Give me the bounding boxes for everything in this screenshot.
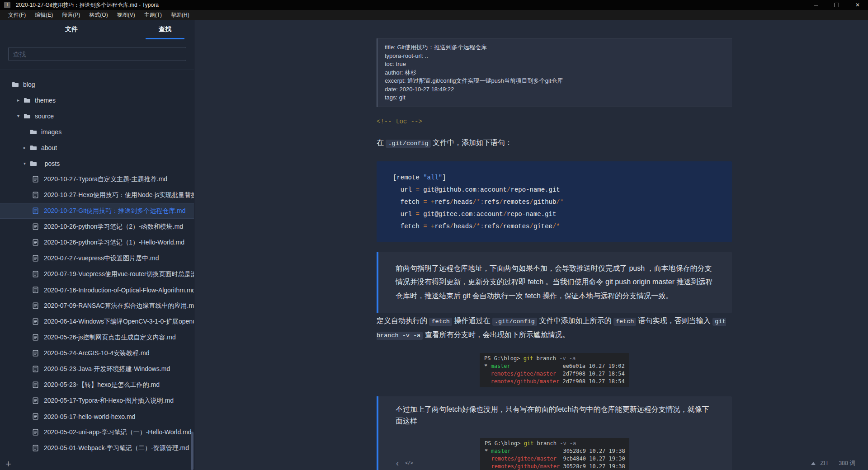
git-config-code-block[interactable]: [remote "all"] url = git@github.com:acco… [377,161,732,242]
front-matter-block[interactable]: title: Git使用技巧：推送到多个远程仓库typora-root-url:… [377,38,732,107]
code-token: : [480,223,484,230]
menu-item-5[interactable]: 主题(T) [140,11,166,19]
paragraph-fetch-definition[interactable]: 定义自动执行的 fetch 操作通过在 .git/config 文件中添加如上所… [377,315,732,342]
toc-comment[interactable]: <!-- toc --> [377,118,732,125]
tree-item-label: 2020-05-02-uni-app-学习笔记（一）-Hello-World.m… [44,428,192,437]
menu-bar: 文件(F)编辑(E)段落(P)格式(O)视图(V)主题(T)帮助(H) [0,10,868,20]
code-token: / [530,198,533,206]
search-input[interactable] [9,47,186,61]
tree-file[interactable]: 2020-05-17-Typora-和-Hexo-图片插入说明.md [0,393,194,409]
tree-folder[interactable]: ▸themes [0,92,194,108]
code-token: / [499,198,503,206]
code-token: remotes [503,223,530,230]
tab-search[interactable]: 查找 [159,25,171,33]
sidebar-scrollbar[interactable] [191,432,193,470]
code-token: = + [423,223,434,230]
terminal-token: -v -a [560,440,576,446]
tree-folder[interactable]: ▾_posts [0,155,194,171]
tree-file[interactable]: 2020-10-26-python学习笔记（1）-Hello-World.md [0,235,194,250]
tree-file[interactable]: 2020-10-26-python学习笔记（2）-函数和模块.md [0,219,194,235]
front-matter-line: date: 2020-10-27 18:49:22 [385,85,725,94]
code-token: /* [552,223,560,230]
close-button[interactable]: ✕ [847,0,868,10]
tree-file[interactable]: 2020-10-27-Git使用技巧：推送到多个远程仓库.md [0,203,194,219]
sidebar-toggle-icon[interactable]: ‹ [396,459,399,467]
maximize-button[interactable] [826,0,847,10]
code-token: remotes [503,198,530,206]
folder-icon [24,113,31,119]
tree-file[interactable]: 2020-10-27-Hexo使用技巧：使用Node-js实现批量替换图片链接前 [0,187,194,203]
code-token: [remote [393,174,423,181]
terminal-token [485,456,491,462]
tree-file[interactable]: 2020-05-24-ArcGIS-10-4安装教程.md [0,345,194,361]
minimize-icon [814,5,818,5]
tree-file[interactable]: 2020-05-26-js控制网页点击生成自定义内容.md [0,329,194,345]
terminal-token [556,371,562,377]
code-line: fetch = +refs/heads/*:refs/remotes/gitee… [393,221,723,233]
folder-icon [30,160,37,166]
terminal-token: 2d7f908 10.27 18:54 [562,371,624,377]
tree-file[interactable]: 2020-07-09-RANSAC算法在拟合边缘直线中的应用.md [0,298,194,314]
editor-area[interactable]: title: Git使用技巧：推送到多个远程仓库typora-root-url:… [194,20,868,470]
front-matter-line: excerpt: 通过配置.git/config文件实现一键push当前项目到多… [385,77,725,85]
file-icon [33,318,40,325]
tree-item-label: _posts [41,160,60,167]
language-label[interactable]: ZH [820,460,828,466]
menu-item-3[interactable]: 格式(O) [85,11,112,19]
tree-file[interactable]: 2020-07-19-Vuepress使用vue-router切换页面时总是滚动… [0,266,194,282]
tree-item-label: 2020-06-14-Windows下编译OpenCV-3-1-0-扩展open… [44,318,194,326]
add-file-button[interactable]: + [5,459,11,469]
chevron-right-icon[interactable]: ▸ [24,145,30,150]
tree-file[interactable]: 2020-05-17-hello-world-hexo.md [0,409,194,424]
menu-item-4[interactable]: 视图(V) [113,11,140,19]
code-token: /* [556,198,564,206]
search-box [8,47,186,61]
chevron-down-icon[interactable]: ▾ [17,113,24,118]
file-icon [33,429,40,436]
tree-folder[interactable]: blog [0,76,194,92]
tree-folder[interactable]: ▸about [0,140,194,155]
terminal-token [511,448,563,454]
chevron-right-icon[interactable]: ▸ [17,98,24,103]
tree-folder[interactable]: ▾source [0,108,194,124]
file-icon [33,381,40,388]
front-matter-line: title: Git使用技巧：推送到多个远程仓库 [385,43,725,52]
tree-file[interactable]: 2020-05-01-Webpack-学习笔记（二）-资源管理.md [0,440,194,456]
tree-item-label: about [41,144,57,151]
menu-item-2[interactable]: 段落(P) [57,11,85,19]
inline-code: .git/config [386,140,430,148]
blockquote-fetch-caveat[interactable]: 不过加上了两句fetch好像也没用，只有写在前面的fetch语句中的仓库能更新远… [377,396,732,470]
tree-file[interactable]: 2020-06-14-Windows下编译OpenCV-3-1-0-扩展open… [0,314,194,329]
minimize-button[interactable] [806,0,826,10]
source-mode-icon[interactable]: </> [405,461,413,466]
menu-item-6[interactable]: 帮助(H) [166,11,194,19]
code-token: refs [484,198,500,206]
tree-item-label: 2020-10-27-Hexo使用技巧：使用Node-js实现批量替换图片链接前 [44,191,194,199]
text-segment: 定义自动执行的 [377,317,429,324]
tree-file[interactable]: 2020-05-02-uni-app-学习笔记（一）-Hello-World.m… [0,424,194,440]
paragraph-intro[interactable]: 在 .git/config 文件中，添加如下语句： [377,137,732,149]
word-count[interactable]: 388 词 [839,460,855,467]
code-token: = [415,211,423,218]
tree-file[interactable]: 2020-07-16-Introduction-of-Optical-Flow-… [0,282,194,298]
tree-folder[interactable]: images [0,124,194,140]
terminal-token: branch [533,440,560,446]
tree-file[interactable]: 2020-05-23-Java-开发环境搭建-Windows.md [0,361,194,377]
menu-item-1[interactable]: 编辑(E) [30,11,57,19]
file-icon [33,445,40,451]
tab-files[interactable]: 文件 [65,25,78,33]
chevron-down-icon[interactable]: ▾ [24,161,30,166]
tree-item-label: source [35,113,54,120]
tree-file[interactable]: 2020-10-27-Typora自定义主题-主题推荐.md [0,171,194,187]
tree-file[interactable]: 2020-07-27-vuepress中设置图片居中.md [0,250,194,266]
file-icon [33,192,40,198]
terminal-line: PS G:\blog> git branch -v -a [485,440,625,447]
menu-item-0[interactable]: 文件(F) [4,11,30,19]
terminal-line: * master ee6e01a 10.27 19:02 [484,362,624,370]
folder-icon [24,97,31,103]
blockquote-fetch-explanation[interactable]: 前两句指明了远程仓库地址，下面两句如果不加，会导致推送时仅完成了 push ，而… [377,252,732,314]
text-segment: 语句实现，否则当输入 [636,317,712,324]
terminal-token: remotes/github/master [491,463,560,470]
front-matter-line: author: 林杉 [385,69,725,77]
tree-file[interactable]: 2020-05-23-【转】hexo是怎么工作的.md [0,377,194,393]
